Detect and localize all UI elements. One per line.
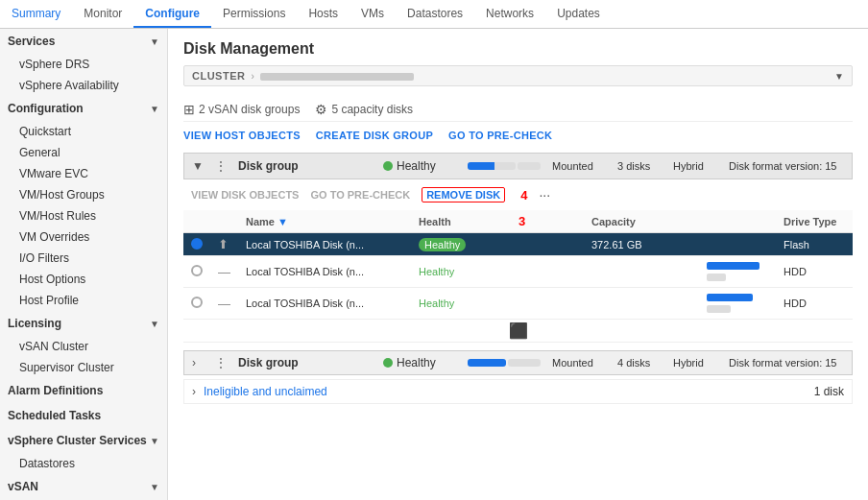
health-badge-1: Healthy [419,238,466,251]
breadcrumb-label: CLUSTER [192,70,245,82]
nav-summary[interactable]: Summary [0,0,72,28]
row-select-3[interactable] [183,288,210,320]
sidebar-item-vmware-evc[interactable]: VMware EVC [0,163,167,184]
sidebar-item-vsphere-availability[interactable]: vSphere Availability [0,75,167,96]
sidebar-item-host-profile[interactable]: Host Profile [0,290,167,311]
disk-group-2-mounted: Mounted [552,357,610,369]
row-select-2[interactable] [183,256,210,288]
annotation-3: 3 [518,214,525,228]
disk-group-1-header: ▼ ⋮ Disk group Healthy Mounted 3 disks H… [183,153,853,179]
row-select-1[interactable] [183,233,210,256]
pagination-icon[interactable]: ⬛ [509,322,528,339]
pagination-row: ⬛ [183,320,853,343]
col-capacity-bar [699,210,776,233]
disk-group-1-table: Name ▼ Health 3 Capacity Drive Type [183,210,853,343]
row-drive-2: HDD [776,256,853,288]
disk-group-1-mounted: Mounted [552,160,610,172]
health-badge-3: Healthy [419,298,454,309]
disk-group-1-disks: 3 disks [617,160,665,172]
disk-group-1-status: Healthy [383,159,460,173]
disk-row-3[interactable]: — Local TOSHIBA Disk (n... Healthy HDD [183,288,853,320]
nav-networks[interactable]: Networks [474,0,545,28]
view-host-objects-link[interactable]: VIEW HOST OBJECTS [183,130,301,141]
sidebar-item-host-options[interactable]: Host Options [0,269,167,290]
chevron-icon: ▼ [150,482,159,492]
row-disk-icon-3: — [210,288,238,320]
status-dot-icon [383,161,393,171]
row-health-1: Healthy [411,233,507,256]
disk-group-2-label: Disk group [238,356,375,369]
col-health-header: Health [411,210,507,233]
disk-minus-icon: — [218,265,230,279]
disk-group-1-version: Disk format version: 15 [729,160,844,172]
row-capacity-2 [584,256,699,288]
col-name-header: Name ▼ [238,210,411,233]
disk-minus-icon: — [218,297,230,311]
ineligible-expand-icon[interactable]: › [192,385,196,398]
nav-hosts[interactable]: Hosts [297,0,350,28]
row-health-2: Healthy [411,256,507,288]
sidebar: Services ▼ vSphere DRS vSphere Availabil… [0,29,168,500]
sidebar-item-vsan-cluster[interactable]: vSAN Cluster [0,336,167,357]
sidebar-item-quickstart[interactable]: Quickstart [0,121,167,142]
radio-selected-icon [191,238,203,250]
nav-updates[interactable]: Updates [545,0,612,28]
sidebar-item-vmhost-rules[interactable]: VM/Host Rules [0,205,167,226]
sidebar-item-vm-overrides[interactable]: VM Overrides [0,226,167,248]
nav-monitor[interactable]: Monitor [72,0,133,28]
sidebar-section-vsan[interactable]: vSAN ▼ [0,474,167,499]
row-capacity-1: 372.61 GB [584,233,699,256]
disk-group-2-menu-icon[interactable]: ⋮ [215,356,230,369]
chevron-icon: ▼ [150,319,159,329]
breadcrumb-bar: CLUSTER › ▼ [183,65,853,86]
ineligible-label[interactable]: Ineligible and unclaimed [204,385,327,398]
top-navigation: Summary Monitor Configure Permissions Ho… [0,0,868,29]
sidebar-section-configuration[interactable]: Configuration ▼ [0,96,167,121]
sidebar-section-alarm-definitions[interactable]: Alarm Definitions [0,378,167,403]
sidebar-item-general[interactable]: General [0,142,167,163]
chevron-icon: ▼ [150,36,159,47]
nav-datastores[interactable]: Datastores [396,0,474,28]
disk-group-2-expand-icon[interactable]: › [192,356,207,369]
row-cap-bar-1 [699,233,776,256]
status-dot-2-icon [383,358,393,368]
go-to-precheck-action[interactable]: GO TO PRE-CHECK [310,189,410,201]
create-disk-group-link[interactable]: CREATE DISK GROUP [316,130,433,141]
row-cap-bar-2 [699,256,776,288]
nav-configure[interactable]: Configure [133,0,211,28]
sidebar-section-services[interactable]: Services ▼ [0,29,167,54]
view-disk-objects-action[interactable]: VIEW DISK OBJECTS [191,189,299,201]
disk-row-2[interactable]: — Local TOSHIBA Disk (n... Healthy HDD [183,256,853,288]
disk-group-1-menu-icon[interactable]: ⋮ [215,159,230,173]
disk-group-2-progress [468,359,544,367]
health-badge-2: Healthy [419,266,454,277]
remove-disk-action[interactable]: REMOVE DISK [422,187,505,202]
chevron-icon: ▼ [150,104,159,114]
sidebar-section-licensing[interactable]: Licensing ▼ [0,311,167,336]
sidebar-item-vsphere-drs[interactable]: vSphere DRS [0,54,167,75]
disk-group-1-expand-icon[interactable]: ▼ [192,159,207,173]
row-name-2: Local TOSHIBA Disk (n... [238,256,411,288]
row-health-bar-2 [507,256,584,288]
disk-group-1-hybrid: Hybrid [673,160,721,172]
content-area: Disk Management CLUSTER › ▼ ⊞ 2 vSAN dis… [168,29,868,500]
sidebar-item-datastores[interactable]: Datastores [0,453,167,474]
disk-row-1[interactable]: ⬆ Local TOSHIBA Disk (n... Healthy 372.6… [183,233,853,256]
page-title: Disk Management [183,40,853,58]
col-health-num: 3 [507,210,584,233]
breadcrumb-dropdown-icon[interactable]: ▼ [834,71,844,82]
summary-capacity-disks: ⚙ 5 capacity disks [315,102,413,117]
sidebar-item-io-filters[interactable]: I/O Filters [0,248,167,269]
row-cap-bar-3 [699,288,776,320]
nav-vms[interactable]: VMs [350,0,396,28]
disk-group-2-header: › ⋮ Disk group Healthy Mounted 4 disks H… [183,350,853,375]
sidebar-section-scheduled-tasks[interactable]: Scheduled Tasks [0,403,167,428]
disk-group-1-label: Disk group [238,159,375,173]
sidebar-section-vsphere-cluster-services[interactable]: vSphere Cluster Services ▼ [0,428,167,453]
go-to-pre-check-link[interactable]: GO TO PRE-CHECK [448,130,552,141]
nav-permissions[interactable]: Permissions [211,0,297,28]
more-actions-icon[interactable]: ··· [539,187,550,202]
sidebar-item-supervisor-cluster[interactable]: Supervisor Cluster [0,357,167,378]
radio-unselected-icon [191,297,203,308]
sidebar-item-vmhost-groups[interactable]: VM/Host Groups [0,184,167,205]
